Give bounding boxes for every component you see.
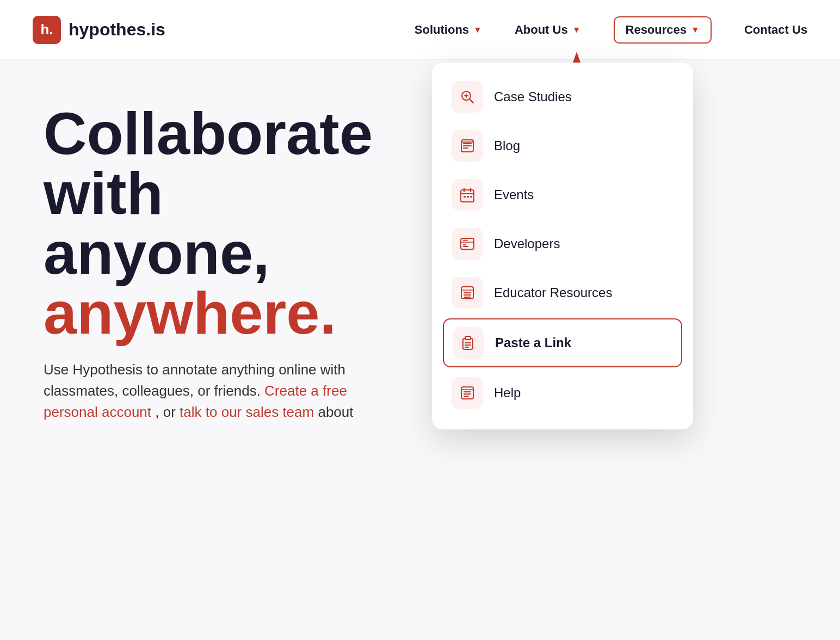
menu-item-blog[interactable]: Blog [443,122,682,169]
events-label: Events [494,187,534,202]
svg-rect-15 [470,196,472,198]
events-icon-wrap [452,179,483,211]
navbar: h. hypothes.is Solutions ▼ About Us ▼ Re… [0,0,840,60]
help-icon-wrap [452,377,483,409]
chevron-down-icon: ▼ [473,25,482,35]
nav-solutions[interactable]: Solutions ▼ [415,23,482,37]
paste-a-link-label: Paste a Link [495,335,571,350]
paste-icon-wrap [453,327,484,359]
svg-rect-26 [464,297,471,298]
developers-label: Developers [494,236,560,251]
hero-section: Collaborate with anyone, anywhere. Use H… [0,60,840,423]
menu-item-educator-resources[interactable]: Educator Resources [443,269,682,316]
chevron-down-icon: ▼ [691,25,700,35]
menu-item-paste-a-link[interactable]: Paste a Link [443,318,682,367]
terminal-icon [459,236,475,252]
educator-icon [459,285,475,301]
svg-rect-14 [467,196,469,198]
hero-subtitle: Use Hypothesis to annotate anything onli… [44,359,381,423]
paste-icon [460,335,477,351]
menu-item-events[interactable]: Events [443,171,682,218]
blog-icon [459,138,475,154]
educator-resources-label: Educator Resources [494,285,612,300]
logo-text: hypothes.is [69,20,165,40]
educator-icon-wrap [452,277,483,309]
chevron-down-icon: ▼ [572,25,581,35]
logo-icon: h. [33,16,61,44]
menu-item-case-studies[interactable]: Case Studies [443,73,682,120]
svg-rect-28 [465,336,471,340]
blog-label: Blog [494,138,520,153]
developers-icon-wrap [452,228,483,260]
search-icon [459,89,475,105]
svg-rect-32 [461,387,473,399]
menu-item-help[interactable]: Help [443,370,682,416]
nav-about[interactable]: About Us ▼ [515,23,581,37]
nav-resources[interactable]: Resources ▼ [614,16,712,44]
hero-title: Collaborate with anyone, anywhere. [44,103,424,343]
case-studies-icon-wrap [452,81,483,113]
svg-rect-13 [464,196,466,198]
blog-icon-wrap [452,130,483,162]
menu-item-developers[interactable]: Developers [443,220,682,267]
help-icon [459,385,475,401]
sales-team-link[interactable]: talk to our sales team [180,404,314,420]
calendar-icon [459,187,475,203]
nav-links: Solutions ▼ About Us ▼ Resources ▼ Conta… [415,16,807,44]
svg-line-1 [470,99,473,103]
help-label: Help [494,385,521,401]
logo-area[interactable]: h. hypothes.is [33,16,165,44]
resources-dropdown: Case Studies Blog [432,63,693,429]
nav-contact[interactable]: Contact Us [744,23,807,37]
case-studies-label: Case Studies [494,89,572,104]
